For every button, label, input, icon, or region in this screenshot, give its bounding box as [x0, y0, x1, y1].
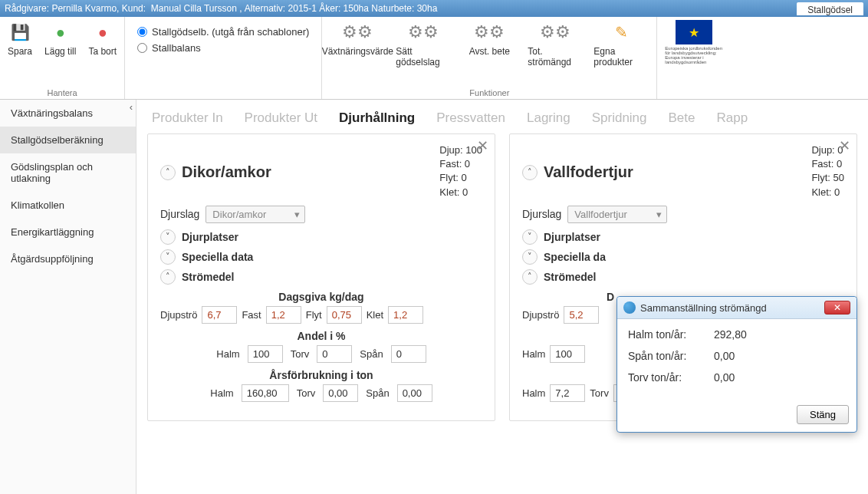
input-halm[interactable]	[550, 345, 585, 363]
input-halm[interactable]	[248, 345, 283, 363]
sidebar-item-vaxtnaringsbalans[interactable]: Växtnäringsbalans	[0, 100, 136, 127]
label-djupstro: Djupströ	[160, 309, 197, 321]
tab-produkter-ut[interactable]: Produkter Ut	[245, 110, 317, 126]
djurslag-select[interactable]: Vallfodertjur	[567, 206, 667, 223]
label-span: Spån	[360, 348, 383, 360]
label-halm: Halm	[522, 348, 545, 360]
remove-label: Ta bort	[88, 46, 117, 57]
popup-close-stang-button[interactable]: Stäng	[797, 405, 849, 424]
fn-avst-bete-button[interactable]: ⚙⚙Avst. bete	[462, 20, 517, 68]
sidebar-item-energikartlaggning[interactable]: Energikartläggning	[0, 219, 136, 245]
panel-close-icon[interactable]: ✕	[477, 137, 488, 154]
title-bar: Rådgivare: Pernilla Kvarmo, Kund: Manual…	[0, 0, 868, 17]
sidebar-item-godslingsplan[interactable]: Gödslingsplan och utlakning	[0, 153, 136, 192]
stat-fast: Fast: 0	[439, 157, 482, 171]
section-toggle[interactable]: ˄	[160, 269, 176, 285]
stat-klet: Klet: 0	[439, 186, 482, 199]
popup-row-key: Halm ton/år:	[628, 328, 705, 341]
djurslag-label: Djurslag	[522, 208, 561, 220]
tab-bete[interactable]: Bete	[669, 110, 695, 126]
sidebar-item-klimatkollen[interactable]: Klimatkollen	[0, 192, 136, 219]
pencil-plus-icon: ✎	[609, 20, 633, 44]
advisor-value: Pernilla Kvarmo,	[51, 3, 119, 14]
input-fast[interactable]	[266, 306, 301, 324]
panel-collapse-button[interactable]: ˄	[522, 165, 538, 180]
popup-row-val: 0,00	[714, 371, 735, 384]
tab-lagring[interactable]: Lagring	[527, 110, 570, 126]
panel-stats: Djup: 100 Fast: 0 Flyt: 0 Klet: 0	[439, 143, 482, 199]
ribbon-group-manage-label: Hantera	[47, 88, 77, 97]
popup-row-key: Torv ton/år:	[628, 371, 705, 384]
label-halm-year: Halm	[522, 387, 545, 399]
label-flyt: Flyt	[306, 309, 322, 321]
minus-icon: ●	[90, 20, 115, 44]
save-button[interactable]: 💾 Spara	[8, 20, 32, 57]
input-flyt[interactable]	[327, 306, 362, 324]
gear-icon: ⚙⚙	[477, 20, 501, 44]
sidebar-item-stallgodselberakning[interactable]: Stallgödselberäkning	[0, 127, 136, 153]
input-klet[interactable]	[388, 306, 423, 324]
panel-collapse-button[interactable]: ˄	[160, 165, 176, 180]
section-toggle[interactable]: ˅	[522, 229, 538, 245]
section-stromedel: Strömedel	[182, 271, 234, 283]
tab-rapp[interactable]: Rapp	[717, 110, 748, 126]
input-span-year[interactable]	[397, 384, 432, 402]
tab-djurhallning[interactable]: Djurhållning	[339, 110, 415, 126]
plus-icon: ●	[48, 20, 73, 44]
radio-stallbalans[interactable]: Stallbalans	[137, 42, 309, 54]
input-halm-year[interactable]	[550, 384, 585, 402]
tab-spridning[interactable]: Spridning	[592, 110, 647, 126]
label-fast: Fast	[242, 309, 261, 321]
popup-close-button[interactable]: ✕	[824, 301, 850, 315]
eu-flag-icon: ★	[676, 20, 712, 44]
label-torv-year: Torv	[297, 387, 316, 399]
section-toggle[interactable]: ˅	[522, 249, 538, 265]
popup-row-val: 0,00	[714, 350, 735, 362]
stat-fast: Fast: 0	[811, 157, 844, 171]
sidebar-item-atgardsuppfoljning[interactable]: Åtgärdsuppföljning	[0, 245, 136, 272]
input-torv[interactable]	[317, 345, 352, 363]
fn-egna-produkter-button[interactable]: ✎Egna produkter	[593, 20, 649, 68]
gear-icon: ⚙⚙	[543, 20, 567, 44]
tab-produkter-in[interactable]: Produkter In	[152, 110, 223, 126]
panel-title: Dikor/amkor	[182, 163, 271, 181]
subhead-arsforbrukning: Årsförbrukning i ton	[160, 369, 482, 381]
section-speciella: Speciella da	[544, 251, 606, 263]
djurslag-select[interactable]: Dikor/amkor	[205, 206, 305, 223]
ribbon: 💾 Spara ● Lägg till ● Ta bort Hantera St…	[0, 17, 868, 100]
section-speciella: Speciella data	[182, 251, 253, 263]
remove-button[interactable]: ● Ta bort	[88, 20, 117, 57]
input-djupstro[interactable]	[202, 306, 237, 324]
input-span[interactable]	[391, 345, 426, 363]
eu-fund-text: Europeiska jordbruksfonden för landsbygd…	[665, 46, 723, 64]
sidebar-collapse-icon[interactable]: ‹	[130, 101, 133, 113]
ribbon-tab-stallgodsel[interactable]: Stallgödsel	[797, 2, 863, 15]
stat-flyt: Flyt: 0	[439, 171, 482, 185]
add-button[interactable]: ● Lägg till	[44, 20, 76, 57]
stat-klet: Klet: 0	[811, 186, 844, 199]
label-torv-year: Torv	[590, 387, 609, 399]
customer-value: Manual Cilla Tursson ,	[151, 3, 242, 14]
radio-stallgodselb-input[interactable]	[137, 27, 147, 37]
panel-close-icon[interactable]: ✕	[839, 137, 850, 154]
popup-titlebar: Sammanställning strömängd ✕	[617, 297, 856, 319]
popup-sammanstallning: Sammanställning strömängd ✕ Halm ton/år:…	[616, 296, 857, 433]
app-icon	[623, 301, 636, 314]
tab-pressvatten[interactable]: Pressvatten	[436, 110, 505, 126]
fn-vaxtnaring-button[interactable]: ⚙⚙Växtnäringsvärde	[330, 20, 385, 68]
subhead-andel: Andel i %	[160, 330, 482, 342]
advisor-label: Rådgivare:	[5, 3, 49, 14]
fn-tot-stromangd-button[interactable]: ⚙⚙Tot. strömängd	[528, 20, 583, 68]
radio-stallgodselb[interactable]: Stallgödselb. (utgå från schabloner)	[137, 26, 309, 38]
section-toggle[interactable]: ˄	[522, 269, 538, 285]
radio-stallbalans-input[interactable]	[137, 43, 147, 53]
section-toggle[interactable]: ˅	[160, 249, 176, 265]
section-stromedel: Strömedel	[544, 271, 596, 283]
fn-satt-godsel-button[interactable]: ⚙⚙Sätt gödselslag	[396, 20, 451, 68]
input-torv-year[interactable]	[323, 384, 358, 402]
panel-dikor-amkor: ✕ ˄ Dikor/amkor Djup: 100 Fast: 0 Flyt: …	[147, 133, 495, 421]
section-toggle[interactable]: ˅	[160, 229, 176, 245]
label-klet: Klet	[367, 309, 383, 321]
input-halm-year[interactable]	[242, 384, 289, 402]
input-djupstro[interactable]	[564, 306, 599, 324]
